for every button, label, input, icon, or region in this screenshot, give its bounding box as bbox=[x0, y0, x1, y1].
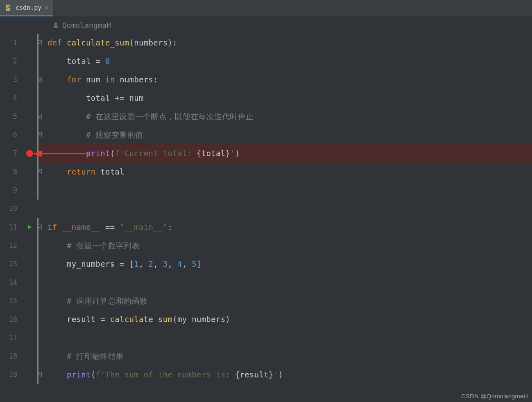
line-number[interactable]: 4 bbox=[0, 89, 22, 107]
code-text[interactable]: total = 0 bbox=[48, 52, 110, 70]
code-text[interactable]: # 创建一个数字列表 bbox=[48, 236, 140, 255]
code-line[interactable]: 14 bbox=[0, 273, 532, 292]
line-number[interactable]: 18 bbox=[0, 347, 22, 366]
line-number[interactable]: 14 bbox=[0, 273, 22, 292]
tab-bar: csdn.py × bbox=[0, 0, 532, 16]
code-line[interactable]: 8 return total bbox=[0, 163, 532, 181]
gutter-marker[interactable] bbox=[22, 150, 37, 157]
code-line[interactable]: 11if __name__ == "__main__": bbox=[0, 218, 532, 236]
code-text[interactable]: return total bbox=[48, 163, 125, 181]
code-line[interactable]: 9 bbox=[0, 181, 532, 200]
code-line[interactable]: 13 my_numbers = [1, 2, 3, 4, 5] bbox=[0, 255, 532, 273]
line-number[interactable]: 9 bbox=[0, 181, 22, 200]
code-line[interactable]: 7 print(f'Current total: {total}') bbox=[0, 144, 532, 163]
line-number[interactable]: 16 bbox=[0, 310, 22, 329]
person-icon bbox=[52, 22, 59, 28]
code-text[interactable]: # 调用计算总和的函数 bbox=[48, 292, 147, 310]
code-text[interactable]: total += num bbox=[48, 89, 144, 107]
line-number[interactable]: 12 bbox=[0, 236, 22, 255]
run-icon[interactable] bbox=[27, 218, 32, 236]
code-line[interactable]: 2 total = 0 bbox=[0, 52, 532, 70]
code-text[interactable]: # 打印最终结果 bbox=[48, 347, 124, 366]
svg-point-1 bbox=[8, 6, 8, 7]
code-line[interactable]: 19 print(f'The sum of the numbers is: {r… bbox=[0, 366, 532, 384]
line-number[interactable]: 17 bbox=[0, 329, 22, 347]
code-line[interactable]: 4 total += num bbox=[0, 89, 532, 107]
code-text[interactable]: my_numbers = [1, 2, 3, 4, 5] bbox=[48, 255, 201, 273]
code-line[interactable]: 16 result = calculate_sum(my_numbers) bbox=[0, 310, 532, 329]
code-line[interactable]: 10 bbox=[0, 200, 532, 218]
svg-point-2 bbox=[54, 23, 57, 25]
line-number[interactable]: 5 bbox=[0, 107, 22, 126]
author-bar: QomolangmaH bbox=[0, 16, 532, 34]
line-number[interactable]: 3 bbox=[0, 70, 22, 89]
code-line[interactable]: 12 # 创建一个数字列表 bbox=[0, 236, 532, 255]
line-number[interactable]: 2 bbox=[0, 52, 22, 70]
code-text[interactable]: # 在这里设置一个断点，以便在每次迭代时停止 bbox=[48, 107, 254, 126]
line-number[interactable]: 8 bbox=[0, 163, 22, 181]
author-name: QomolangmaH bbox=[62, 21, 111, 30]
watermark: CSDN @QomolangmaH bbox=[461, 393, 528, 400]
code-line[interactable]: 5 # 在这里设置一个断点，以便在每次迭代时停止 bbox=[0, 107, 532, 126]
line-number[interactable]: 7 bbox=[0, 144, 22, 163]
line-number[interactable]: 13 bbox=[0, 255, 22, 273]
line-number[interactable]: 1 bbox=[0, 34, 22, 52]
code-line[interactable]: 17 bbox=[0, 329, 532, 347]
code-text[interactable]: # 观察变量的值 bbox=[48, 126, 143, 144]
line-number[interactable]: 15 bbox=[0, 292, 22, 310]
line-number[interactable]: 6 bbox=[0, 126, 22, 144]
line-number[interactable]: 19 bbox=[0, 366, 22, 384]
code-text[interactable]: print(f'Current total: {total}') bbox=[48, 144, 240, 163]
gutter-marker[interactable] bbox=[22, 218, 37, 236]
line-number[interactable]: 10 bbox=[0, 200, 22, 218]
code-text[interactable]: print(f'The sum of the numbers is: {resu… bbox=[48, 366, 283, 384]
file-tab[interactable]: csdn.py × bbox=[0, 0, 53, 16]
python-file-icon bbox=[5, 4, 12, 11]
line-number[interactable]: 11 bbox=[0, 218, 22, 236]
code-line[interactable]: 3 for num in numbers: bbox=[0, 70, 532, 89]
code-text[interactable]: def calculate_sum(numbers): bbox=[48, 34, 177, 52]
code-editor[interactable]: 1def calculate_sum(numbers):2 total = 03… bbox=[0, 34, 532, 384]
breakpoint-icon[interactable] bbox=[26, 150, 33, 157]
code-text[interactable]: for num in numbers: bbox=[48, 70, 158, 89]
code-line[interactable]: 18 # 打印最终结果 bbox=[0, 347, 532, 366]
code-line[interactable]: 1def calculate_sum(numbers): bbox=[0, 34, 532, 52]
code-line[interactable]: 6 # 观察变量的值 bbox=[0, 126, 532, 144]
code-line[interactable]: 15 # 调用计算总和的函数 bbox=[0, 292, 532, 310]
code-text[interactable]: if __name__ == "__main__": bbox=[48, 218, 172, 236]
close-icon[interactable]: × bbox=[45, 4, 48, 11]
code-text[interactable]: result = calculate_sum(my_numbers) bbox=[48, 310, 230, 329]
tab-filename: csdn.py bbox=[16, 4, 41, 11]
